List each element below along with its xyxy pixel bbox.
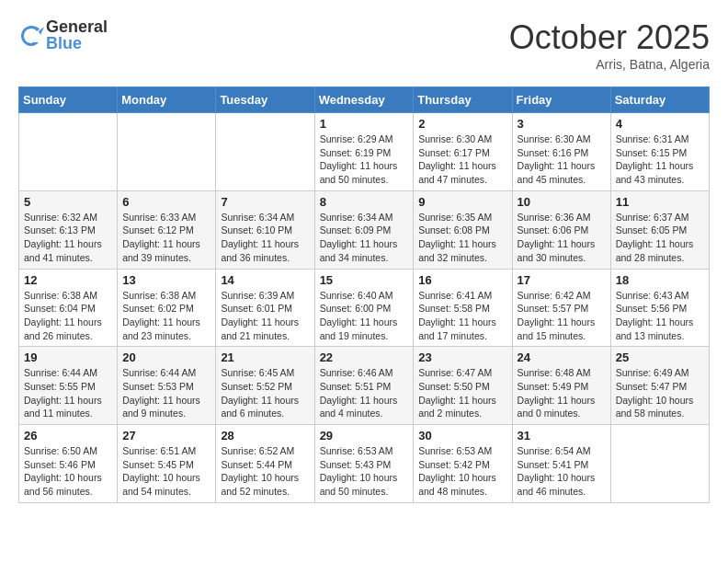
day-number: 19	[24, 350, 112, 364]
day-info: Sunrise: 6:44 AM Sunset: 5:53 PM Dayligh…	[122, 366, 210, 420]
day-number: 2	[418, 117, 506, 131]
calendar-cell: 1Sunrise: 6:29 AM Sunset: 6:19 PM Daylig…	[314, 113, 414, 191]
day-info: Sunrise: 6:29 AM Sunset: 6:19 PM Dayligh…	[320, 132, 409, 187]
day-info: Sunrise: 6:43 AM Sunset: 5:56 PM Dayligh…	[616, 289, 704, 343]
calendar-cell: 19Sunrise: 6:44 AM Sunset: 5:55 PM Dayli…	[19, 347, 118, 425]
calendar-cell: 12Sunrise: 6:38 AM Sunset: 6:04 PM Dayli…	[19, 269, 118, 347]
calendar-header-row: SundayMondayTuesdayWednesdayThursdayFrid…	[19, 87, 710, 113]
logo-general-text: General	[46, 18, 108, 35]
day-info: Sunrise: 6:48 AM Sunset: 5:49 PM Dayligh…	[518, 366, 606, 420]
weekday-header-tuesday: Tuesday	[216, 87, 314, 113]
day-number: 25	[616, 350, 704, 364]
day-number: 28	[221, 429, 309, 442]
day-number: 14	[221, 273, 309, 287]
calendar-cell: 14Sunrise: 6:39 AM Sunset: 6:01 PM Dayli…	[216, 269, 314, 347]
day-info: Sunrise: 6:34 AM Sunset: 6:09 PM Dayligh…	[320, 211, 409, 265]
calendar-cell: 2Sunrise: 6:30 AM Sunset: 6:17 PM Daylig…	[414, 113, 512, 191]
logo-icon	[18, 22, 44, 48]
day-info: Sunrise: 6:42 AM Sunset: 5:57 PM Dayligh…	[518, 289, 606, 343]
page-header: General Blue October 2025 Arris, Batna, …	[18, 18, 710, 72]
day-info: Sunrise: 6:52 AM Sunset: 5:44 PM Dayligh…	[221, 444, 309, 499]
day-number: 20	[122, 350, 210, 364]
day-number: 27	[122, 429, 210, 442]
day-info: Sunrise: 6:38 AM Sunset: 6:02 PM Dayligh…	[122, 289, 210, 343]
calendar-cell: 28Sunrise: 6:52 AM Sunset: 5:44 PM Dayli…	[216, 425, 314, 503]
day-number: 12	[24, 273, 112, 287]
weekday-header-thursday: Thursday	[414, 87, 512, 113]
day-info: Sunrise: 6:40 AM Sunset: 6:00 PM Dayligh…	[320, 289, 409, 343]
day-number: 16	[418, 273, 506, 287]
day-info: Sunrise: 6:53 AM Sunset: 5:43 PM Dayligh…	[320, 444, 409, 499]
day-number: 10	[518, 195, 606, 209]
calendar-week-row: 12Sunrise: 6:38 AM Sunset: 6:04 PM Dayli…	[19, 269, 710, 347]
calendar-cell: 6Sunrise: 6:33 AM Sunset: 6:12 PM Daylig…	[118, 190, 216, 269]
weekday-header-friday: Friday	[512, 87, 610, 113]
calendar-cell: 25Sunrise: 6:49 AM Sunset: 5:47 PM Dayli…	[610, 347, 709, 425]
day-info: Sunrise: 6:44 AM Sunset: 5:55 PM Dayligh…	[24, 366, 112, 420]
logo-text: General Blue	[46, 18, 108, 52]
day-info: Sunrise: 6:51 AM Sunset: 5:45 PM Dayligh…	[122, 444, 210, 499]
calendar-week-row: 1Sunrise: 6:29 AM Sunset: 6:19 PM Daylig…	[19, 113, 710, 191]
weekday-header-saturday: Saturday	[610, 87, 709, 113]
day-number: 11	[616, 195, 704, 209]
day-number: 9	[418, 195, 506, 209]
day-number: 24	[518, 350, 606, 364]
day-info: Sunrise: 6:54 AM Sunset: 5:41 PM Dayligh…	[518, 444, 606, 499]
weekday-header-monday: Monday	[118, 87, 216, 113]
day-info: Sunrise: 6:32 AM Sunset: 6:13 PM Dayligh…	[24, 211, 112, 265]
calendar-cell	[118, 113, 216, 191]
day-number: 3	[518, 117, 606, 131]
day-info: Sunrise: 6:30 AM Sunset: 6:17 PM Dayligh…	[418, 132, 506, 187]
calendar-cell: 10Sunrise: 6:36 AM Sunset: 6:06 PM Dayli…	[512, 190, 610, 269]
calendar-cell: 18Sunrise: 6:43 AM Sunset: 5:56 PM Dayli…	[610, 269, 709, 347]
calendar-cell: 3Sunrise: 6:30 AM Sunset: 6:16 PM Daylig…	[512, 113, 610, 191]
calendar-cell: 11Sunrise: 6:37 AM Sunset: 6:05 PM Dayli…	[610, 190, 709, 269]
calendar-cell: 31Sunrise: 6:54 AM Sunset: 5:41 PM Dayli…	[512, 425, 610, 503]
calendar-cell: 13Sunrise: 6:38 AM Sunset: 6:02 PM Dayli…	[118, 269, 216, 347]
calendar-week-row: 19Sunrise: 6:44 AM Sunset: 5:55 PM Dayli…	[19, 347, 710, 425]
calendar-cell	[19, 113, 118, 191]
day-number: 30	[418, 429, 506, 442]
calendar-cell: 9Sunrise: 6:35 AM Sunset: 6:08 PM Daylig…	[414, 190, 512, 269]
calendar-cell: 7Sunrise: 6:34 AM Sunset: 6:10 PM Daylig…	[216, 190, 314, 269]
day-number: 31	[518, 429, 606, 442]
calendar-cell: 4Sunrise: 6:31 AM Sunset: 6:15 PM Daylig…	[610, 113, 709, 191]
title-block: October 2025 Arris, Batna, Algeria	[509, 18, 710, 72]
calendar-cell: 30Sunrise: 6:53 AM Sunset: 5:42 PM Dayli…	[414, 425, 512, 503]
calendar-cell: 27Sunrise: 6:51 AM Sunset: 5:45 PM Dayli…	[118, 425, 216, 503]
day-number: 26	[24, 429, 112, 442]
calendar-cell: 17Sunrise: 6:42 AM Sunset: 5:57 PM Dayli…	[512, 269, 610, 347]
day-info: Sunrise: 6:33 AM Sunset: 6:12 PM Dayligh…	[122, 211, 210, 265]
day-number: 29	[320, 429, 409, 442]
calendar-cell: 23Sunrise: 6:47 AM Sunset: 5:50 PM Dayli…	[414, 347, 512, 425]
day-number: 21	[221, 350, 309, 364]
calendar-cell: 21Sunrise: 6:45 AM Sunset: 5:52 PM Dayli…	[216, 347, 314, 425]
day-info: Sunrise: 6:53 AM Sunset: 5:42 PM Dayligh…	[418, 444, 506, 499]
day-number: 22	[320, 350, 409, 364]
day-info: Sunrise: 6:34 AM Sunset: 6:10 PM Dayligh…	[221, 211, 309, 265]
calendar-week-row: 5Sunrise: 6:32 AM Sunset: 6:13 PM Daylig…	[19, 190, 710, 269]
day-number: 5	[24, 195, 112, 209]
day-info: Sunrise: 6:37 AM Sunset: 6:05 PM Dayligh…	[616, 211, 704, 265]
day-number: 15	[320, 273, 409, 287]
day-info: Sunrise: 6:30 AM Sunset: 6:16 PM Dayligh…	[518, 132, 606, 187]
day-number: 17	[518, 273, 606, 287]
day-number: 4	[616, 117, 704, 131]
day-number: 18	[616, 273, 704, 287]
day-number: 13	[122, 273, 210, 287]
calendar-cell: 26Sunrise: 6:50 AM Sunset: 5:46 PM Dayli…	[19, 425, 118, 503]
day-info: Sunrise: 6:49 AM Sunset: 5:47 PM Dayligh…	[616, 366, 704, 420]
calendar-week-row: 26Sunrise: 6:50 AM Sunset: 5:46 PM Dayli…	[19, 425, 710, 503]
day-number: 8	[320, 195, 409, 209]
day-info: Sunrise: 6:46 AM Sunset: 5:51 PM Dayligh…	[320, 366, 409, 420]
day-info: Sunrise: 6:41 AM Sunset: 5:58 PM Dayligh…	[418, 289, 506, 343]
calendar-cell: 22Sunrise: 6:46 AM Sunset: 5:51 PM Dayli…	[314, 347, 414, 425]
day-number: 1	[320, 117, 409, 131]
day-info: Sunrise: 6:35 AM Sunset: 6:08 PM Dayligh…	[418, 211, 506, 265]
calendar-cell: 24Sunrise: 6:48 AM Sunset: 5:49 PM Dayli…	[512, 347, 610, 425]
day-info: Sunrise: 6:31 AM Sunset: 6:15 PM Dayligh…	[616, 132, 704, 187]
calendar-cell	[216, 113, 314, 191]
month-title: October 2025	[509, 18, 710, 57]
calendar-cell: 8Sunrise: 6:34 AM Sunset: 6:09 PM Daylig…	[314, 190, 414, 269]
logo: General Blue	[18, 18, 108, 52]
